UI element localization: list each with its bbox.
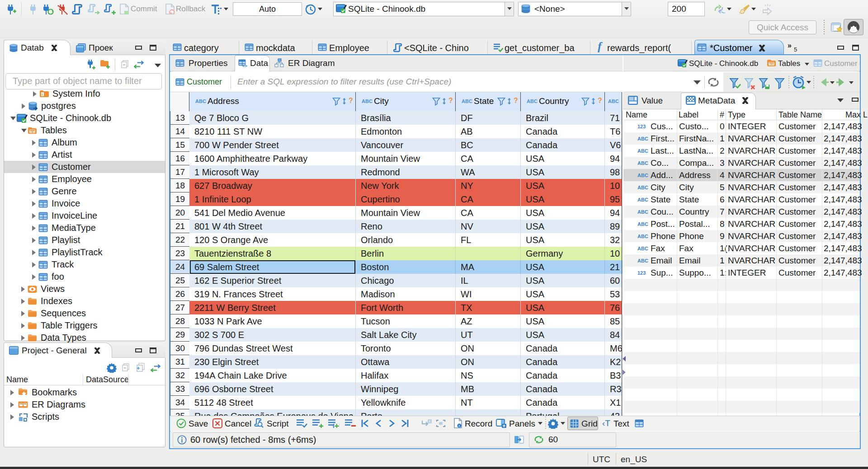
svg-text:i: i [42, 92, 43, 97]
svg-text:i: i [459, 424, 460, 428]
svg-text:<>: <> [242, 64, 247, 67]
